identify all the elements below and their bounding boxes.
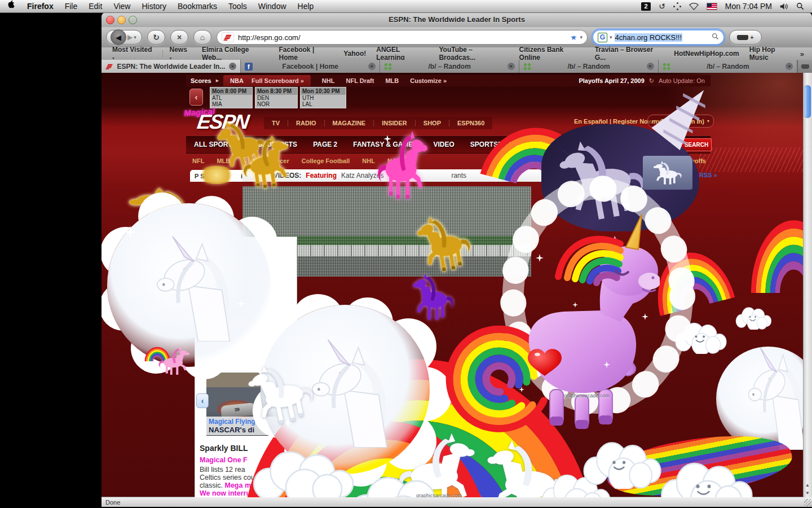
apple-menu-icon[interactable] — [0, 0, 21, 12]
url-text[interactable]: http://espn.go.com/ — [238, 33, 563, 42]
bookmark-hotnewhiphop[interactable]: HotNewHipHop.com — [669, 50, 744, 58]
watermark-text: graphicsarcade.com — [564, 393, 610, 398]
extension-button[interactable]: + — [729, 30, 762, 45]
scores-tab-mlb[interactable]: MLB — [385, 77, 399, 84]
menu-file[interactable]: File — [59, 0, 83, 12]
menu-edit[interactable]: Edit — [83, 0, 108, 12]
spotlight-icon[interactable] — [796, 2, 804, 10]
status-text: Done — [105, 499, 120, 506]
firefox-window: ESPN: The Worldwide Leader In Sports ◀ ▶… — [102, 12, 812, 507]
close-tab-icon[interactable]: × — [229, 63, 236, 70]
window-title: ESPN: The Worldwide Leader In Sports — [102, 15, 812, 24]
videos-headline-end[interactable]: rants — [451, 172, 466, 179]
scores-customize-link[interactable]: Customize » — [410, 77, 447, 84]
game-card[interactable]: Mon 10:30 PM UTH LAL — [300, 87, 346, 108]
game-card[interactable]: Mon 8:00 PM ATL MIA — [210, 87, 253, 108]
time-machine-icon[interactable]: ↺ — [659, 2, 665, 11]
tab-4chan-2[interactable]: /b/ – Random × — [519, 60, 659, 73]
tiny-pink-pony-graphic — [144, 344, 195, 378]
gold-glitter-unicorn-graphic — [236, 129, 300, 195]
tab-facebook[interactable]: f Facebook | Home × — [241, 60, 380, 73]
tab-list-button[interactable] — [797, 60, 812, 73]
volume-icon[interactable] — [780, 3, 788, 10]
topnav-espn360[interactable]: ESPN360 — [449, 120, 492, 126]
bookmark-youtube[interactable]: YouTube – Broadcas... — [434, 46, 514, 62]
url-bar[interactable]: http://espn.go.com/ ★ ▾ — [217, 30, 588, 45]
forward-button[interactable]: ▶ — [127, 33, 133, 41]
facebook-favicon: f — [245, 63, 253, 71]
purple-rainbow-unicorn-graphic — [434, 192, 660, 435]
home-button[interactable]: ⌂ — [193, 30, 211, 45]
subnav-college-football[interactable]: College Football — [295, 157, 356, 164]
subnav-nfl[interactable]: NFL — [186, 157, 210, 164]
mainnav-page2[interactable]: PAGE 2 — [305, 141, 345, 148]
close-tab-icon[interactable]: × — [785, 63, 793, 70]
close-tab-icon[interactable]: × — [508, 63, 515, 70]
stop-button[interactable]: × — [170, 30, 188, 45]
bookmark-yahoo[interactable]: Yahoo! — [338, 50, 371, 58]
history-dropdown-arrow-icon[interactable]: ▾ — [134, 34, 136, 40]
menu-window[interactable]: Window — [253, 0, 292, 12]
mac-menu-bar: Firefox File Edit View History Bookmarks… — [0, 0, 812, 13]
input-layout-badge[interactable]: 2 — [641, 2, 651, 11]
tab-list-icon — [801, 64, 809, 69]
scores-tab-nfl-draft[interactable]: NFL Draft — [346, 77, 374, 84]
url-dropdown-arrow-icon[interactable]: ▾ — [580, 34, 582, 40]
bookmark-angel[interactable]: ANGEL Learning — [371, 46, 434, 62]
menu-tools[interactable]: Tools — [223, 0, 253, 12]
scroll-up-icon[interactable]: ▲ — [804, 481, 811, 489]
tab-4chan-1[interactable]: /b/ – Random × — [380, 60, 519, 73]
tab-espn[interactable]: ESPN: The Worldwide Leader In... × — [102, 60, 241, 73]
bookmarks-overflow-chevron[interactable]: » — [800, 50, 806, 58]
us-flag-input-icon[interactable] — [707, 3, 717, 10]
bookmark-facebook[interactable]: Facebook | Home — [274, 46, 339, 62]
scores-tab-nhl[interactable]: NHL — [322, 77, 335, 84]
tab-4chan-3[interactable]: /b/ – Random × — [659, 60, 798, 73]
topnav-tv[interactable]: TV — [264, 120, 288, 126]
close-tab-icon[interactable]: × — [647, 63, 654, 70]
menu-bookmarks[interactable]: Bookmarks — [172, 0, 223, 12]
story-prev-button[interactable]: ‹ — [196, 393, 209, 408]
scores-prev-button[interactable]: ‹ — [189, 89, 203, 106]
bookmark-elmira[interactable]: Elmira College Web... — [197, 46, 274, 62]
bookmark-travian[interactable]: Travian – Browser G... — [590, 46, 669, 62]
close-tab-icon[interactable]: × — [368, 63, 376, 70]
engine-dropdown-arrow-icon[interactable]: ▾ — [610, 34, 612, 40]
full-scoreboard-link[interactable]: Full Scoreboard » — [251, 77, 304, 84]
home-icon: ⌂ — [200, 33, 205, 42]
google-engine-icon[interactable]: G — [598, 33, 607, 42]
bookmark-most-visited[interactable]: Most Visited ▾ — [107, 46, 161, 62]
topnav-magazine[interactable]: MAGAZINE — [324, 120, 374, 126]
4chan-favicon — [384, 63, 392, 71]
back-button[interactable]: ◀ — [111, 29, 126, 45]
window-title-bar[interactable]: ESPN: The Worldwide Leader In Sports — [102, 12, 812, 28]
extension-icon — [737, 35, 748, 40]
menu-clock[interactable]: Mon 7:04 PM — [725, 2, 772, 11]
espn-favicon — [222, 32, 234, 42]
scores-label[interactable]: Scores — [186, 77, 216, 84]
topnav-radio[interactable]: RADIO — [288, 120, 324, 126]
menu-history[interactable]: History — [136, 0, 172, 12]
bookmark-citizens-bank[interactable]: Citizens Bank Online — [514, 46, 590, 62]
scores-tab-nba[interactable]: NBA Full Scoreboard » — [223, 75, 311, 86]
resize-grip[interactable] — [804, 499, 811, 506]
game-card[interactable]: Mon 8:30 PM DEN NOR — [255, 87, 298, 108]
scrollbar-thumb[interactable] — [804, 85, 811, 118]
bookmark-news[interactable]: News ▾ — [165, 46, 197, 62]
search-input-text[interactable]: 4chan.org ROCKS!!! — [615, 33, 683, 42]
reload-button[interactable]: ↻ — [147, 30, 165, 45]
bookmarks-separator — [162, 50, 164, 57]
bookmark-hiphop-music[interactable]: Hip Hop Music — [744, 46, 800, 62]
auto-update-icon: ↻ — [649, 77, 654, 85]
search-go-icon[interactable] — [712, 32, 719, 42]
menu-view[interactable]: View — [108, 0, 136, 12]
menu-firefox[interactable]: Firefox — [21, 0, 59, 12]
menu-help[interactable]: Help — [292, 0, 320, 12]
espn-favicon — [105, 63, 113, 71]
scroll-down-icon[interactable]: ▼ — [804, 489, 811, 497]
wifi-icon[interactable] — [689, 3, 699, 10]
search-bar[interactable]: G ▾ 4chan.org ROCKS!!! — [593, 30, 724, 45]
vertical-scrollbar[interactable]: ▲ ▼ — [803, 73, 812, 497]
spaces-dots-icon[interactable] — [673, 2, 681, 10]
games-strip: ‹ Mon 8:00 PM ATL MIA Mon 8:30 PM DEN NO… — [186, 86, 710, 108]
